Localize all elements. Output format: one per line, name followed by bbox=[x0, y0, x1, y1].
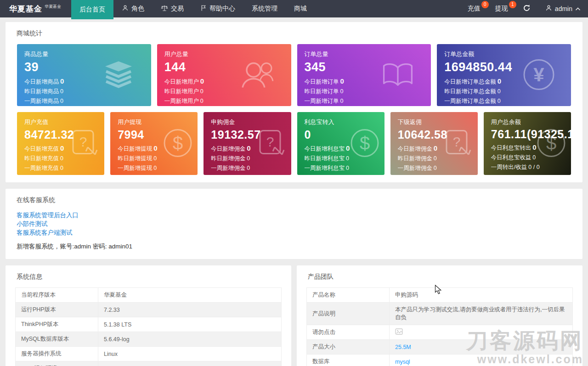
nav-item-dashboard[interactable]: 后台首页 bbox=[71, 0, 113, 19]
yen-circle-icon: ¥ bbox=[522, 58, 555, 92]
cs-client-test-link[interactable]: 客服系统客户端测试 bbox=[17, 228, 571, 237]
info-value bbox=[390, 325, 573, 340]
flag-icon bbox=[200, 5, 207, 13]
database-link[interactable]: mysql bbox=[395, 359, 410, 365]
stat-line-value: 0 bbox=[200, 88, 204, 95]
stat-line-label: 一周新增用户 bbox=[164, 98, 199, 104]
stat-line-label: 昨日新增佣金 bbox=[211, 155, 245, 162]
cs-admin-entry-link[interactable]: 客服系统管理后台入口 bbox=[17, 211, 571, 220]
svg-text:$: $ bbox=[173, 133, 183, 153]
stat-line-label: 今日新增佣金 bbox=[211, 146, 245, 152]
customer-service-title: 在线客服系统 bbox=[11, 196, 577, 211]
stat-title: 申购佣金 bbox=[211, 118, 283, 126]
file-question-icon: ? bbox=[445, 128, 473, 159]
user-avatar-icon bbox=[545, 5, 552, 13]
stat-title: 下级返佣 bbox=[398, 118, 470, 126]
book-icon bbox=[380, 60, 415, 90]
stat-line-value: 0 bbox=[247, 165, 250, 171]
broken-image-icon[interactable] bbox=[395, 330, 403, 336]
stat-line-label: 今日新增利息宝 bbox=[305, 146, 345, 152]
stat-title: 订单总量 bbox=[305, 50, 424, 58]
stat-line-label: 一周新增订单总金额 bbox=[444, 98, 496, 104]
stat-line-value: 0 bbox=[60, 77, 64, 85]
nav-item-label: 交易 bbox=[171, 5, 184, 13]
stat-line-label: 一周新增商品 bbox=[24, 98, 59, 104]
stat-line-label: 一周转出/收益 bbox=[491, 164, 527, 170]
svg-text:?: ? bbox=[452, 134, 460, 149]
info-label: 产品说明 bbox=[307, 303, 390, 325]
stat-title: 利息宝转入 bbox=[305, 118, 377, 126]
file-question-icon: ? bbox=[258, 128, 287, 159]
stat-line-value: 0 bbox=[340, 88, 344, 95]
svg-text:?: ? bbox=[266, 134, 274, 149]
refresh-button[interactable] bbox=[515, 0, 538, 17]
stat-title: 用户提现 bbox=[118, 118, 190, 126]
table-row: MySQL数据库版本5.6.49-log bbox=[16, 332, 282, 347]
stat-line-label: 昨日新增提现 bbox=[118, 155, 152, 162]
stat-line-label: 今日利息宝收益 bbox=[491, 154, 531, 161]
system-info-panel: 系统信息 当前程序版本华夏基金 运行PHP版本7.2.33 ThinkPHP版本… bbox=[6, 265, 291, 366]
nav-item-trade[interactable]: 交易 bbox=[153, 0, 192, 17]
stat-line-value: 0 bbox=[60, 144, 64, 152]
cs-account-note: 新增客服系统，账号:admin 密码: admin01 bbox=[11, 237, 577, 252]
nav-item-mall[interactable]: 商城 bbox=[286, 0, 315, 17]
shop-stats-title: 商城统计 bbox=[11, 29, 577, 44]
nav-item-help-center[interactable]: 帮助中心 bbox=[192, 0, 243, 17]
stat-line-value: 0 bbox=[60, 88, 63, 95]
user-menu[interactable]: admin bbox=[538, 0, 588, 17]
navbar-right: 充值 0 提现 1 admin bbox=[460, 0, 588, 17]
stat-line-value: 0 bbox=[498, 98, 501, 104]
info-value: 申购源码 bbox=[390, 288, 573, 303]
info-value: 25.5M bbox=[390, 340, 573, 355]
stat-card-goods-total: 商品总量 39 今日新增商品0 昨日新增商品0 一周新增商品0 bbox=[17, 44, 151, 106]
product-team-title: 产品团队 bbox=[302, 273, 577, 287]
product-size-link[interactable]: 25.5M bbox=[395, 344, 411, 350]
stat-title: 商品总量 bbox=[24, 50, 144, 58]
stat-line-value: 0 bbox=[498, 77, 501, 85]
stat-line-label: 今日新增订单总金额 bbox=[444, 79, 496, 85]
info-label: 运行PHP版本 bbox=[16, 303, 98, 317]
stat-line-label: 一周新增佣金 bbox=[211, 165, 245, 171]
table-row: 服务器操作系统Linux bbox=[16, 347, 282, 361]
dollar-circle-icon: $ bbox=[163, 128, 193, 159]
withdraw-label: 提现 bbox=[495, 5, 508, 13]
stat-title: 用户总量 bbox=[164, 50, 284, 58]
withdraw-button[interactable]: 提现 1 bbox=[488, 0, 515, 17]
shop-stats-panel: 商城统计 商品总量 39 今日新增商品0 昨日新增商品0 一周新增商品0 用户总… bbox=[6, 22, 582, 182]
info-label: WEB运行环境 bbox=[16, 361, 98, 366]
cs-widget-test-link[interactable]: 小部件测试 bbox=[17, 220, 571, 228]
recharge-button[interactable]: 充值 0 bbox=[460, 0, 488, 17]
users-icon bbox=[240, 60, 276, 90]
info-label: 产品大小 bbox=[307, 340, 390, 355]
stat-line-value: 0 bbox=[498, 88, 501, 95]
info-label: 服务器操作系统 bbox=[16, 347, 98, 361]
info-label: 产品名称 bbox=[307, 288, 390, 303]
logo-sup-text: 华夏基金 bbox=[45, 4, 61, 10]
nav-item-label: 系统管理 bbox=[252, 5, 277, 13]
info-value: 5.1.38 LTS bbox=[98, 317, 282, 332]
dollar-circle-icon: $ bbox=[536, 128, 566, 159]
stat-line-label: 今日新增订单 bbox=[305, 79, 339, 85]
info-label: ThinkPHP版本 bbox=[16, 317, 98, 332]
stat-title: 用户总余额 bbox=[491, 118, 564, 126]
table-row: 产品大小25.5M bbox=[307, 340, 573, 355]
nav-item-roles[interactable]: 角色 bbox=[113, 0, 153, 17]
svg-text:¥: ¥ bbox=[533, 63, 544, 85]
stats-row-1: 商品总量 39 今日新增商品0 昨日新增商品0 一周新增商品0 用户总量 144… bbox=[11, 44, 577, 106]
stats-row-2: 用户充值 84721.32 今日新增充值0 昨日新增充值0 一周新增充值0 ? … bbox=[11, 112, 577, 175]
top-navbar: 华夏基金 华夏基金 后台首页 角色 交易 帮助中心 系统管理 bbox=[0, 0, 588, 17]
scales-icon bbox=[161, 5, 168, 13]
stat-line-value: 0 bbox=[60, 98, 63, 104]
info-label: 数据库 bbox=[307, 355, 390, 366]
stat-line-value: 0 bbox=[340, 77, 344, 85]
stat-line-value: 0 bbox=[60, 155, 63, 162]
stat-line-value: 0 bbox=[346, 155, 349, 162]
recharge-label: 充值 bbox=[468, 5, 481, 13]
stat-line-value: 0 bbox=[434, 165, 437, 171]
chevron-up-icon bbox=[575, 5, 581, 12]
nav-item-label: 角色 bbox=[131, 5, 144, 13]
nav-item-system-management[interactable]: 系统管理 bbox=[243, 0, 286, 17]
stat-line-label: 一周新增充值 bbox=[24, 165, 59, 171]
stat-line-label: 昨日新增利息宝 bbox=[305, 155, 345, 162]
nav-item-label: 帮助中心 bbox=[209, 5, 235, 13]
